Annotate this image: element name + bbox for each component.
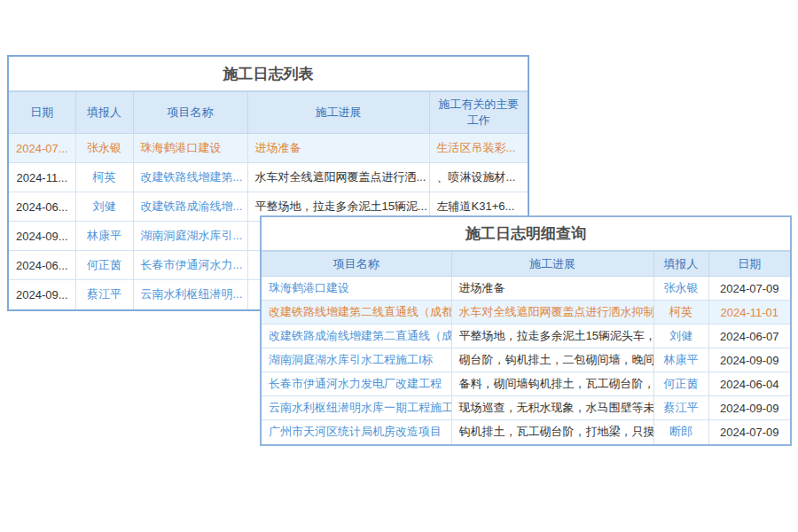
cell-progress: 现场巡查，无积水现象，水马围壁等未... xyxy=(451,396,653,420)
cell-progress: 进场准备 xyxy=(247,134,429,163)
cell-project-link[interactable]: 云南水利枢纽潜明... xyxy=(133,280,247,309)
cell-progress: 进场准备 xyxy=(451,277,653,301)
cell-project-link[interactable]: 改建铁路成渝线增... xyxy=(133,192,247,222)
cell-reporter[interactable]: 张永银 xyxy=(653,277,708,301)
cell-project-link[interactable]: 广州市天河区统计局机房改造项目 xyxy=(262,420,451,444)
table-row[interactable]: 2024-11... 柯英 改建铁路线增建第... 水车对全线遮阳网覆盖点进行洒… xyxy=(9,163,528,192)
cell-date: 2024-09... xyxy=(9,280,75,309)
cell-reporter[interactable]: 林康平 xyxy=(653,348,708,372)
cell-project-link[interactable]: 改建铁路成渝线增建第二直通线（成渝 xyxy=(262,325,451,348)
list-table-title: 施工日志列表 xyxy=(9,57,528,91)
column-header-date: 日期 xyxy=(708,252,790,277)
cell-reporter[interactable]: 刘健 xyxy=(75,192,133,222)
cell-project-link[interactable]: 珠海鹤港口建设 xyxy=(262,277,451,301)
cell-project-link[interactable]: 改建铁路线增建第... xyxy=(133,163,247,192)
cell-date: 2024-07-09 xyxy=(708,420,790,444)
construction-log-detail-table: 项目名称 施工进展 填报人 日期 珠海鹤港口建设 进场准备 张永银 2024-0… xyxy=(262,251,790,444)
cell-project-link[interactable]: 长春市伊通河水力... xyxy=(133,251,247,280)
cell-main-work: 、喷淋设施材... xyxy=(429,163,528,192)
cell-date: 2024-09... xyxy=(9,222,75,251)
table-row[interactable]: 改建铁路成渝线增建第二直通线（成渝 平整场地，拉走多余泥土15辆泥头车，... … xyxy=(262,325,790,348)
cell-date: 2024-07... xyxy=(9,134,75,163)
cell-project-link[interactable]: 珠海鹤港口建设 xyxy=(133,134,247,163)
cell-progress: 钩机排土，瓦工砌台阶，打地梁，只摸... xyxy=(451,420,653,444)
table-row[interactable]: 珠海鹤港口建设 进场准备 张永银 2024-07-09 xyxy=(262,277,790,301)
cell-progress: 砌台阶，钩机排土，二包砌间墙，晚间... xyxy=(451,348,653,372)
table-row[interactable]: 云南水利枢纽潜明水库一期工程施工II标 现场巡查，无积水现象，水马围壁等未...… xyxy=(262,396,790,420)
cell-date: 2024-11... xyxy=(9,163,75,192)
cell-date: 2024-06... xyxy=(9,192,75,222)
table-row[interactable]: 广州市天河区统计局机房改造项目 钩机排土，瓦工砌台阶，打地梁，只摸... 断郎 … xyxy=(262,420,790,444)
column-header-progress: 施工进展 xyxy=(247,92,429,134)
cell-date: 2024-07-09 xyxy=(708,277,790,301)
construction-log-detail-panel: 施工日志明细查询 项目名称 施工进展 填报人 日期 珠海鹤港口建设 进场准备 张… xyxy=(260,215,792,446)
table-header-row: 日期 填报人 项目名称 施工进展 施工有关的主要工作 xyxy=(9,92,528,134)
column-header-date: 日期 xyxy=(9,92,75,134)
table-row[interactable]: 长春市伊通河水力发电厂改建工程 备料，砌间墙钩机排土，瓦工砌台阶，... 何正茵… xyxy=(262,372,790,396)
detail-table-title: 施工日志明细查询 xyxy=(262,217,790,251)
cell-project-link[interactable]: 长春市伊通河水力发电厂改建工程 xyxy=(262,372,451,396)
column-header-main-work: 施工有关的主要工作 xyxy=(429,92,528,134)
cell-reporter[interactable]: 张永银 xyxy=(75,134,133,163)
cell-reporter[interactable]: 刘健 xyxy=(653,325,708,348)
cell-project-link[interactable]: 湖南洞庭湖水库引... xyxy=(133,222,247,251)
cell-date: 2024-11-01 xyxy=(708,301,790,325)
cell-main-work: 生活区吊装彩... xyxy=(429,134,528,163)
cell-progress: 水车对全线遮阳网覆盖点进行洒水抑制... xyxy=(451,301,653,325)
cell-date: 2024-09-09 xyxy=(708,396,790,420)
cell-project-link[interactable]: 云南水利枢纽潜明水库一期工程施工II标 xyxy=(262,396,451,420)
cell-progress: 备料，砌间墙钩机排土，瓦工砌台阶，... xyxy=(451,372,653,396)
table-row[interactable]: 湖南洞庭湖水库引水工程施工I标 砌台阶，钩机排土，二包砌间墙，晚间... 林康平… xyxy=(262,348,790,372)
table-row[interactable]: 2024-07... 张永银 珠海鹤港口建设 进场准备 生活区吊装彩... xyxy=(9,134,528,163)
cell-reporter[interactable]: 蔡江平 xyxy=(75,280,133,309)
column-header-project: 项目名称 xyxy=(133,92,247,134)
cell-reporter[interactable]: 断郎 xyxy=(653,420,708,444)
cell-project-link[interactable]: 改建铁路线增建第二线直通线（成都-西 xyxy=(262,301,451,325)
cell-reporter[interactable]: 林康平 xyxy=(75,222,133,251)
cell-progress: 平整场地，拉走多余泥土15辆泥头车，... xyxy=(451,325,653,348)
column-header-project: 项目名称 xyxy=(262,252,451,277)
cell-date: 2024-09-09 xyxy=(708,348,790,372)
cell-reporter[interactable]: 柯英 xyxy=(653,301,708,325)
column-header-reporter: 填报人 xyxy=(75,92,133,134)
cell-reporter[interactable]: 何正茵 xyxy=(653,372,708,396)
cell-reporter[interactable]: 柯英 xyxy=(75,163,133,192)
table-header-row: 项目名称 施工进展 填报人 日期 xyxy=(262,252,790,277)
cell-reporter[interactable]: 蔡江平 xyxy=(653,396,708,420)
cell-project-link[interactable]: 湖南洞庭湖水库引水工程施工I标 xyxy=(262,348,451,372)
column-header-progress: 施工进展 xyxy=(451,252,653,277)
cell-progress: 水车对全线遮阳网覆盖点进行洒... xyxy=(247,163,429,192)
column-header-reporter: 填报人 xyxy=(653,252,708,277)
cell-date: 2024-06... xyxy=(9,251,75,280)
cell-date: 2024-06-07 xyxy=(708,325,790,348)
cell-reporter[interactable]: 何正茵 xyxy=(75,251,133,280)
cell-date: 2024-06-04 xyxy=(708,372,790,396)
table-row[interactable]: 改建铁路线增建第二线直通线（成都-西 水车对全线遮阳网覆盖点进行洒水抑制... … xyxy=(262,301,790,325)
